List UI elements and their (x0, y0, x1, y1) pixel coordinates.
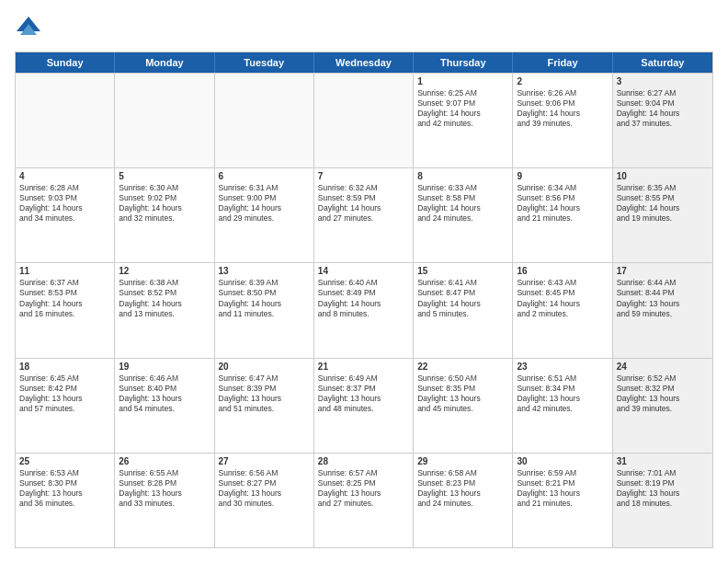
cell-info-line: Daylight: 14 hours (517, 299, 608, 309)
day-number: 7 (318, 171, 409, 181)
cell-info-line: and 48 minutes. (318, 404, 409, 414)
cell-info-line: Sunset: 8:21 PM (517, 478, 608, 488)
cell-info-line: Sunset: 8:40 PM (119, 384, 210, 394)
day-number: 16 (517, 266, 608, 276)
cell-info-line: and 27 minutes. (318, 499, 409, 509)
cell-info-line: Sunrise: 6:28 AM (19, 183, 110, 193)
day-number: 15 (417, 266, 508, 276)
cal-cell-empty-3 (314, 74, 414, 167)
header (15, 15, 713, 42)
cell-info-line: Daylight: 14 hours (517, 203, 608, 213)
cell-info-line: Daylight: 13 hours (517, 394, 608, 404)
cell-info-line: and 29 minutes. (219, 213, 310, 224)
cell-info-line: Daylight: 13 hours (219, 394, 310, 404)
cell-info-line: Daylight: 13 hours (617, 299, 709, 309)
cell-info-line: Sunset: 8:39 PM (219, 384, 310, 394)
cal-cell-19: 19Sunrise: 6:46 AMSunset: 8:40 PMDayligh… (115, 359, 214, 453)
cell-info-line: Sunset: 9:00 PM (219, 193, 310, 203)
cal-cell-29: 29Sunrise: 6:58 AMSunset: 8:23 PMDayligh… (414, 454, 513, 547)
cell-info-line: Sunrise: 6:59 AM (517, 468, 608, 478)
cell-info-line: Daylight: 14 hours (318, 203, 409, 213)
cell-info-line: Sunset: 8:34 PM (517, 384, 608, 394)
day-number: 25 (19, 456, 110, 466)
day-number: 28 (318, 456, 409, 466)
cell-info-line: Daylight: 14 hours (19, 299, 110, 309)
cell-info-line: Sunrise: 6:41 AM (417, 278, 508, 288)
cell-info-line: and 16 minutes. (19, 309, 110, 319)
cell-info-line: Sunset: 8:30 PM (19, 478, 110, 488)
cell-info-line: and 39 minutes. (617, 404, 709, 414)
cell-info-line: and 57 minutes. (19, 404, 110, 414)
cell-info-line: Sunset: 8:50 PM (219, 288, 310, 298)
cell-info-line: Sunset: 8:27 PM (219, 478, 310, 488)
cell-info-line: Daylight: 13 hours (119, 394, 210, 404)
cell-info-line: Sunset: 8:42 PM (19, 384, 110, 394)
cell-info-line: Sunset: 8:55 PM (617, 193, 709, 203)
cell-info-line: Daylight: 13 hours (318, 394, 409, 404)
day-number: 1 (417, 76, 508, 86)
cell-info-line: and 24 minutes. (417, 213, 508, 224)
cell-info-line: Sunrise: 6:53 AM (19, 468, 110, 478)
cal-cell-23: 23Sunrise: 6:51 AMSunset: 8:34 PMDayligh… (513, 359, 612, 453)
cell-info-line: Daylight: 14 hours (417, 203, 508, 213)
cal-cell-21: 21Sunrise: 6:49 AMSunset: 8:37 PMDayligh… (314, 359, 414, 453)
cal-cell-25: 25Sunrise: 6:53 AMSunset: 8:30 PMDayligh… (16, 454, 115, 547)
cell-info-line: Sunrise: 6:34 AM (517, 183, 608, 193)
calendar-row-0: 1Sunrise: 6:25 AMSunset: 9:07 PMDaylight… (16, 73, 712, 167)
cell-info-line: and 59 minutes. (617, 309, 709, 319)
cell-info-line: Sunrise: 6:55 AM (119, 468, 210, 478)
cal-cell-1: 1Sunrise: 6:25 AMSunset: 9:07 PMDaylight… (414, 74, 513, 167)
cal-cell-2: 2Sunrise: 6:26 AMSunset: 9:06 PMDaylight… (513, 74, 612, 167)
cell-info-line: Sunset: 8:25 PM (318, 478, 409, 488)
cell-info-line: Daylight: 13 hours (119, 488, 210, 499)
cell-info-line: Sunrise: 6:49 AM (318, 373, 409, 384)
header-day-tuesday: Tuesday (215, 52, 314, 73)
header-day-thursday: Thursday (414, 52, 513, 73)
cell-info-line: and 2 minutes. (517, 309, 608, 319)
day-number: 11 (19, 266, 110, 276)
cell-info-line: Sunset: 9:07 PM (417, 98, 508, 109)
cal-cell-22: 22Sunrise: 6:50 AMSunset: 8:35 PMDayligh… (414, 359, 513, 453)
cell-info-line: Sunrise: 6:51 AM (517, 373, 608, 384)
cell-info-line: Sunrise: 6:45 AM (19, 373, 110, 384)
day-number: 17 (617, 266, 709, 276)
day-number: 10 (617, 171, 709, 181)
cell-info-line: Sunrise: 6:50 AM (417, 373, 508, 384)
cell-info-line: Sunset: 8:49 PM (318, 288, 409, 298)
page: SundayMondayTuesdayWednesdayThursdayFrid… (0, 0, 728, 563)
day-number: 19 (119, 362, 210, 372)
calendar-row-1: 4Sunrise: 6:28 AMSunset: 9:03 PMDaylight… (16, 167, 712, 262)
cell-info-line: and 27 minutes. (318, 213, 409, 224)
cell-info-line: Sunrise: 6:35 AM (617, 183, 709, 193)
cell-info-line: Daylight: 13 hours (617, 394, 709, 404)
cell-info-line: Daylight: 13 hours (417, 488, 508, 499)
cell-info-line: and 42 minutes. (417, 119, 508, 129)
day-number: 29 (417, 456, 508, 466)
cell-info-line: Sunset: 8:59 PM (318, 193, 409, 203)
cell-info-line: and 51 minutes. (219, 404, 310, 414)
cell-info-line: Sunset: 8:53 PM (19, 288, 110, 298)
day-number: 24 (617, 362, 709, 372)
cell-info-line: Sunrise: 6:27 AM (617, 88, 709, 98)
cal-cell-8: 8Sunrise: 6:33 AMSunset: 8:58 PMDaylight… (414, 168, 513, 262)
cell-info-line: Sunset: 9:04 PM (617, 98, 709, 109)
cell-info-line: Sunset: 8:58 PM (417, 193, 508, 203)
header-day-wednesday: Wednesday (314, 52, 414, 73)
day-number: 6 (219, 171, 310, 181)
day-number: 23 (517, 362, 608, 372)
calendar-row-2: 11Sunrise: 6:37 AMSunset: 8:53 PMDayligh… (16, 262, 712, 357)
cell-info-line: and 18 minutes. (617, 499, 709, 509)
cal-cell-15: 15Sunrise: 6:41 AMSunset: 8:47 PMDayligh… (414, 263, 513, 357)
cal-cell-4: 4Sunrise: 6:28 AMSunset: 9:03 PMDaylight… (16, 168, 115, 262)
cell-info-line: Daylight: 14 hours (19, 203, 110, 213)
day-number: 20 (219, 362, 310, 372)
day-number: 26 (119, 456, 210, 466)
cell-info-line: and 33 minutes. (119, 499, 210, 509)
cell-info-line: Sunset: 8:32 PM (617, 384, 709, 394)
logo-icon (15, 15, 42, 42)
cell-info-line: Sunrise: 6:30 AM (119, 183, 210, 193)
cal-cell-27: 27Sunrise: 6:56 AMSunset: 8:27 PMDayligh… (215, 454, 314, 547)
day-number: 9 (517, 171, 608, 181)
cell-info-line: and 37 minutes. (617, 119, 709, 129)
day-number: 13 (219, 266, 310, 276)
